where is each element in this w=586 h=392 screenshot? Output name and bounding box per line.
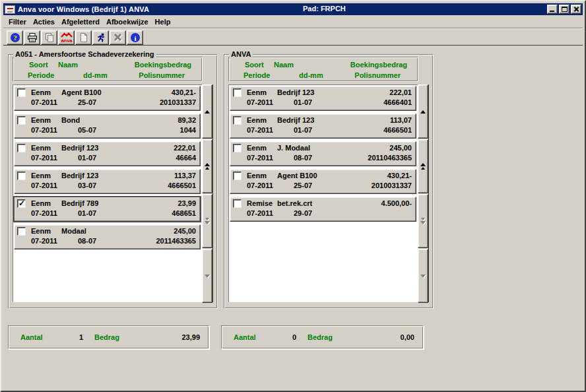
item-boekingsbedrag: 222,01 [174, 144, 196, 152]
item-ddmm: 29-07 [294, 209, 412, 217]
item-soort: Eenm [247, 144, 277, 152]
scroll-up-button[interactable] [202, 84, 212, 139]
item-checkbox[interactable] [233, 116, 242, 125]
scroll-up-button[interactable] [418, 84, 428, 139]
menu-filter[interactable]: Filter [5, 16, 30, 27]
window-controls [546, 5, 581, 14]
item-naam: bet.rek.crt [277, 199, 381, 207]
maximize-button[interactable] [559, 5, 570, 14]
minimize-icon [550, 11, 554, 12]
scroll-up-icon [205, 110, 210, 114]
item-row-1: Eenm Agent B100 430,21- [15, 86, 200, 97]
bedrag-label: Bedrag [94, 333, 119, 341]
item-checkbox[interactable] [17, 172, 26, 180]
list-item[interactable]: Eenm Agent B100 430,21- 07-2011 25-07 20… [14, 86, 201, 111]
print-icon [27, 32, 38, 43]
item-periode: 07-2011 [31, 181, 78, 189]
item-row-1: Eenm Modaal 245,00 [15, 225, 200, 236]
item-checkbox[interactable] [17, 227, 26, 236]
item-boekingsbedrag: 113,37 [174, 172, 196, 180]
scroll-page-down-button[interactable] [202, 194, 212, 248]
col-naam: Naam [274, 61, 294, 69]
list-item[interactable]: Eenm Bedrijf 123 113,07 07-2011 01-07 46… [230, 114, 416, 139]
menu-help[interactable]: Help [152, 16, 174, 27]
aantal-label: Aantal [234, 333, 256, 341]
col-naam: Naam [58, 61, 78, 69]
scroll-page-down-icon [205, 218, 209, 220]
copy-button [41, 30, 57, 45]
run-button[interactable] [92, 30, 109, 45]
menu-acties[interactable]: Acties [30, 16, 58, 27]
list-item[interactable]: Remise bet.rek.crt 4.500,00- 07-2011 29-… [230, 197, 416, 222]
item-checkbox[interactable] [233, 144, 242, 152]
scroll-page-up-button[interactable] [202, 139, 212, 193]
list-item[interactable]: Eenm Bedrijf 789 23,99 07-2011 01-07 468… [14, 197, 201, 222]
item-boekingsbedrag: 430,21- [172, 88, 196, 96]
list-item[interactable]: Eenm Bedrijf 123 113,37 07-2011 03-07 46… [14, 169, 201, 194]
list-item[interactable]: Eenm Bond 89,32 07-2011 05-07 1044 [14, 114, 201, 139]
anva-home-button[interactable]: anva [58, 30, 75, 45]
item-boekingsbedrag: 245,00 [389, 144, 412, 152]
menubar: Filter Acties Afgeletterd Afboekwijze He… [3, 15, 583, 28]
item-periode: 07-2011 [31, 209, 78, 217]
item-boekingsbedrag: 430,21- [387, 172, 412, 180]
item-checkbox[interactable] [17, 116, 26, 125]
aantal-label: Aantal [20, 333, 43, 341]
scroll-page-up-button[interactable] [418, 139, 428, 193]
item-periode: 07-2011 [247, 126, 294, 134]
item-ddmm: 05-07 [78, 126, 180, 134]
menu-afboekwijze[interactable]: Afboekwijze [103, 16, 152, 27]
scroll-page-down-button[interactable] [418, 194, 428, 248]
col-ddmm: dd-mm [83, 71, 108, 79]
col-ddmm: dd-mm [299, 71, 323, 79]
minimize-button[interactable] [547, 5, 558, 14]
scrollbar-right [418, 84, 429, 302]
list-item[interactable]: Eenm Agent B100 430,21- 07-2011 25-07 20… [230, 169, 416, 194]
item-checkbox[interactable] [233, 88, 242, 97]
item-naam: Agent B100 [61, 88, 172, 96]
item-soort: Eenm [31, 88, 61, 96]
col-periode: Periode [28, 71, 54, 79]
scroll-down-button[interactable] [202, 249, 212, 303]
item-row-1: Eenm Bedrijf 123 113,37 [15, 170, 200, 180]
list-item[interactable]: Eenm Modaal 245,00 07-2011 08-07 2011463… [14, 224, 201, 249]
menu-afgeletterd[interactable]: Afgeletterd [58, 16, 103, 27]
item-naam: Bedrijf 123 [277, 116, 390, 124]
close-button[interactable] [571, 5, 581, 14]
anva-app-icon[interactable] [5, 5, 15, 14]
item-periode: 07-2011 [31, 98, 78, 106]
item-boekingsbedrag: 113,07 [390, 116, 412, 124]
item-row-1: Eenm Bedrijf 123 222,01 [15, 142, 200, 152]
item-polisnummer: 201031337 [160, 98, 196, 106]
item-checkbox[interactable] [17, 144, 26, 152]
help-icon: ? [10, 32, 20, 43]
list-item[interactable]: Eenm Bedrijf 123 222,01 07-2011 01-07 46… [230, 86, 416, 111]
item-row-2: 07-2011 29-07 [230, 208, 416, 217]
item-soort: Eenm [247, 116, 277, 124]
info-button[interactable]: i [127, 30, 143, 45]
item-periode: 07-2011 [247, 154, 294, 162]
bedrag-value: 23,99 [181, 333, 200, 341]
item-naam: J. Modaal [277, 144, 389, 152]
item-periode: 07-2011 [247, 98, 294, 106]
print-button[interactable] [24, 30, 40, 45]
panel-anva-title: ANVA [229, 50, 253, 59]
help-button[interactable]: ? [7, 30, 23, 45]
delete-button [110, 30, 126, 45]
item-checkbox[interactable] [233, 199, 242, 208]
item-ddmm: 25-07 [294, 181, 372, 189]
item-periode: 07-2011 [31, 154, 78, 162]
scroll-down-button[interactable] [418, 249, 428, 303]
item-checkbox[interactable] [17, 88, 26, 97]
item-checkbox[interactable] [233, 172, 242, 180]
col-polisnummer: Polisnummer [139, 71, 185, 79]
item-naam: Bond [61, 116, 178, 124]
client-area: A051 - Amersfoortse Schadeverzekering So… [3, 46, 583, 389]
run-icon [96, 32, 106, 43]
list-item[interactable]: Eenm J. Modaal 245,00 07-2011 08-07 2011… [230, 141, 416, 166]
list-item[interactable]: Eenm Bedrijf 123 222,01 07-2011 01-07 46… [14, 141, 201, 166]
item-polisnummer: 46664 [176, 154, 196, 162]
item-checkbox[interactable] [17, 199, 26, 208]
item-ddmm: 08-07 [78, 237, 156, 245]
bedrag-value: 0,00 [401, 333, 414, 341]
